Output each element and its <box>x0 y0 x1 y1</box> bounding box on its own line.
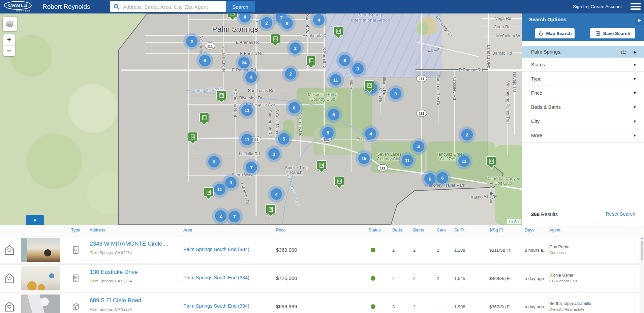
zoom-in-button[interactable]: + <box>3 34 15 45</box>
cluster-marker[interactable]: 15 <box>358 153 370 164</box>
column-header-type[interactable]: Type <box>71 228 80 232</box>
cluster-marker[interactable]: 3 <box>268 148 280 160</box>
menu-icon[interactable] <box>631 3 641 10</box>
listing-photo[interactable] <box>21 294 60 313</box>
cluster-marker[interactable]: 11 <box>214 184 225 195</box>
cluster-marker[interactable]: 4 <box>365 128 376 139</box>
filter-row-status[interactable]: Status▼ <box>522 58 644 72</box>
listing-pin-marker[interactable] <box>270 34 280 44</box>
cluster-marker[interactable]: 7 <box>246 162 257 173</box>
listing-row[interactable]: 689 S El Cielo RoadPalm Springs, CA 9226… <box>0 293 640 313</box>
column-header-address[interactable]: Address <box>90 228 105 232</box>
listing-pin-marker[interactable] <box>216 90 226 100</box>
cluster-marker[interactable]: 2 <box>289 42 301 54</box>
cluster-marker[interactable]: 2 <box>261 17 272 29</box>
cluster-marker[interactable]: 2 <box>186 36 197 47</box>
cluster-marker[interactable]: 24 <box>238 57 250 68</box>
column-header-beds[interactable]: Beds <box>392 228 402 232</box>
save-search-button[interactable]: Save Search <box>590 28 635 38</box>
cluster-marker[interactable]: 4 <box>245 71 257 83</box>
column-header-agent[interactable]: Agent <box>549 228 560 232</box>
cluster-marker[interactable]: 11 <box>241 104 253 116</box>
column-header-sq-ft[interactable]: Sq Ft <box>454 228 464 232</box>
listing-pin-marker[interactable] <box>204 187 214 197</box>
column-header-baths[interactable]: Baths <box>413 228 424 232</box>
crmls-logo[interactable]: CRMLS connect <box>4 1 32 12</box>
collapse-results-button[interactable]: ▲ <box>26 215 44 225</box>
cluster-marker[interactable]: 3 <box>225 177 237 188</box>
cluster-marker[interactable]: 6 <box>281 18 293 29</box>
listing-pin-marker[interactable] <box>334 176 344 186</box>
search-button[interactable]: Search <box>226 1 255 12</box>
layers-control-button[interactable] <box>3 17 17 31</box>
column-header-area[interactable]: Area <box>183 228 192 232</box>
cluster-marker[interactable]: 11 <box>402 155 413 166</box>
listing-pin-marker[interactable] <box>333 26 343 36</box>
address-link[interactable]: 130 Eastlake Drive <box>90 269 138 276</box>
listing-pin-marker[interactable] <box>199 113 209 123</box>
listing-row[interactable]: 2343 W MIRAMONTE Circle ...Palm Springs,… <box>0 237 640 263</box>
search-input[interactable] <box>110 1 226 12</box>
listing-pin-marker[interactable] <box>486 156 496 166</box>
cluster-marker[interactable]: 3 <box>390 88 401 99</box>
scroll-up-arrow[interactable]: ▲ <box>640 236 644 240</box>
cluster-marker[interactable]: 3 <box>352 63 364 74</box>
zoom-out-button[interactable]: − <box>3 45 15 56</box>
cluster-marker[interactable]: 11 <box>458 155 470 167</box>
reset-search-link[interactable]: Reset Search <box>606 211 635 217</box>
column-header-price[interactable]: Price <box>276 228 285 232</box>
scroll-thumb[interactable] <box>641 241 643 260</box>
listing-pin-marker[interactable] <box>316 160 327 170</box>
listing-photo[interactable] <box>21 238 60 262</box>
map-canvas[interactable]: Palm SpringsE Amado RdE Tahquitz CanyonE… <box>0 13 522 225</box>
results-scrollbar[interactable]: ▲ <box>640 236 644 313</box>
listing-row[interactable]: 130 Eastlake DrivePalm Springs, CA 92264… <box>0 265 640 292</box>
cluster-marker[interactable]: 5 <box>328 109 339 120</box>
leaflet-attribution[interactable]: Leaflet <box>507 219 521 224</box>
filter-row-price[interactable]: Price▼ <box>522 86 644 100</box>
map-search-button[interactable]: Map Search <box>535 28 575 38</box>
filter-row-city[interactable]: City▼ <box>522 114 644 128</box>
collapse-panel-button[interactable]: ▶ <box>635 15 644 25</box>
cluster-marker[interactable]: 2 <box>215 210 226 222</box>
cluster-marker[interactable]: 4 <box>271 188 282 200</box>
filter-row-beds-baths[interactable]: Beds & Baths▼ <box>522 100 644 114</box>
column-header-days[interactable]: Days <box>525 228 534 232</box>
listing-pin-marker[interactable] <box>227 13 238 18</box>
cluster-marker[interactable]: 11 <box>241 134 253 145</box>
signin-create-account-link[interactable]: Sign In | Create Account <box>573 0 622 13</box>
column-header-status[interactable]: Status <box>369 228 380 232</box>
cluster-marker[interactable]: 6 <box>437 172 448 184</box>
cluster-marker[interactable]: 4 <box>413 141 424 152</box>
cluster-marker[interactable]: 2 <box>285 68 296 80</box>
listing-photo[interactable] <box>21 266 60 290</box>
favorite-button[interactable] <box>4 245 14 255</box>
area-link[interactable]: Palm Springs South End (334) <box>183 303 249 309</box>
column-header--sq-ft[interactable]: $/Sq Ft <box>489 228 503 232</box>
address-link[interactable]: 689 S El Cielo Road <box>90 297 141 304</box>
area-link[interactable]: Palm Springs South End (334) <box>183 275 249 280</box>
cluster-marker[interactable]: 6 <box>199 55 211 66</box>
cluster-marker[interactable]: 6 <box>424 173 436 185</box>
favorite-button[interactable] <box>4 273 14 284</box>
favorite-button[interactable] <box>4 301 14 312</box>
cluster-marker[interactable]: 9 <box>208 156 220 167</box>
cluster-marker[interactable]: 5 <box>278 133 289 145</box>
listing-pin-marker[interactable] <box>364 80 374 90</box>
listing-pin-marker[interactable] <box>188 132 198 142</box>
cluster-marker[interactable]: 7 <box>229 211 240 222</box>
cluster-marker[interactable]: 2 <box>461 129 473 140</box>
area-link[interactable]: Palm Springs South End (334) <box>183 247 249 252</box>
cluster-marker[interactable]: 4 <box>313 14 325 26</box>
listing-pin-marker[interactable] <box>306 56 316 66</box>
filter-row-location[interactable]: Palm Springs,(1)▶ <box>522 46 644 58</box>
address-link[interactable]: 2343 W MIRAMONTE Circle ... <box>90 241 168 247</box>
cluster-marker[interactable]: 11 <box>330 74 341 86</box>
cluster-marker[interactable]: 5 <box>322 127 334 138</box>
cluster-marker[interactable]: 6 <box>288 102 300 114</box>
column-header-cars[interactable]: Cars <box>437 228 446 232</box>
cluster-marker[interactable]: 9 <box>239 13 251 23</box>
cluster-marker[interactable]: 8 <box>339 55 350 66</box>
listing-pin-marker[interactable] <box>266 204 276 214</box>
filter-row-type[interactable]: Type▼ <box>522 72 644 86</box>
